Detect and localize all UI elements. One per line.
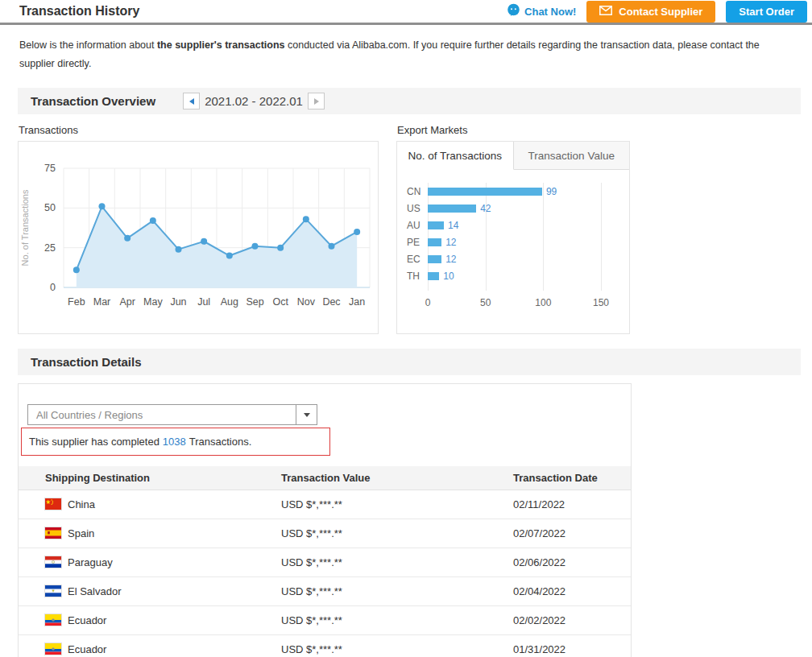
bar-x-tick: 150	[593, 297, 609, 308]
transaction-value-cell: USD $*,***.**	[281, 605, 513, 634]
es-flag-icon	[45, 527, 61, 539]
export-markets-column: Export Markets No. of Transactions Trans…	[396, 114, 630, 334]
svg-text:May: May	[143, 296, 163, 308]
shipping-destination-cell: Spain	[19, 519, 281, 548]
contact-supplier-button[interactable]: Contact Supplier	[586, 1, 715, 23]
notice-text-post: Transactions.	[189, 436, 252, 448]
date-range-label: 2021.02 - 2022.01	[200, 94, 308, 108]
bar-cn	[428, 188, 542, 196]
transactions-count-link[interactable]: 1038	[163, 436, 186, 448]
tab-transaction-value[interactable]: Transaction Value	[514, 142, 630, 170]
transaction-date-cell: 02/06/2022	[513, 548, 631, 576]
svg-text:Aug: Aug	[221, 296, 238, 308]
transaction-overview-title: Transaction Overview	[31, 94, 155, 108]
bar-value-label: 12	[445, 237, 456, 248]
header-actions: Chat Now! Contact Supplier Start Order	[507, 1, 807, 23]
bar-category-label: AU	[407, 220, 428, 231]
completed-transactions-notice: This supplier has completed 1038 Transac…	[21, 428, 330, 456]
bar-x-tick: 100	[535, 297, 551, 308]
transactions-chart-column: Transactions 0255075FebMarAprMayJunJulAu…	[18, 114, 379, 334]
bar-x-tick: 0	[425, 297, 431, 308]
prev-period-button[interactable]	[183, 93, 200, 110]
export-markets-bar-chart: CN99US42AU14PE12EC12TH10	[397, 183, 629, 291]
export-markets-tabs: No. of Transactions Transaction Value	[397, 142, 629, 170]
svg-text:No. of Transactions: No. of Transactions	[20, 189, 30, 266]
transaction-value-cell: USD $*,***.**	[281, 548, 513, 576]
transaction-overview-bar: Transaction Overview 2021.02 - 2022.01	[18, 88, 801, 114]
overview-charts-row: Transactions 0255075FebMarAprMayJunJulAu…	[18, 114, 812, 334]
transaction-date-cell: 02/11/2022	[513, 490, 631, 519]
bar-au	[428, 221, 444, 229]
transaction-date-cell: 02/04/2022	[513, 576, 631, 605]
svg-text:Oct: Oct	[272, 296, 288, 308]
country-filter-value: All Countries / Regions	[28, 405, 296, 424]
transaction-date-cell: 02/02/2022	[513, 605, 631, 634]
bar-category-label: US	[407, 203, 428, 214]
start-order-button[interactable]: Start Order	[726, 1, 807, 23]
svg-text:75: 75	[44, 163, 56, 174]
shipping-destination-cell: El Salvador	[19, 576, 281, 605]
tab-no-of-transactions[interactable]: No. of Transactions	[397, 142, 514, 170]
svg-text:Feb: Feb	[68, 296, 85, 308]
bar-pe	[428, 238, 441, 246]
col-transaction-value: Transaction Value	[281, 466, 513, 490]
table-row: EcuadorUSD $*,***.**01/31/2022	[19, 634, 631, 657]
py-flag-icon	[45, 556, 61, 568]
chat-bubble-icon	[507, 3, 520, 19]
bar-value-label: 42	[480, 203, 491, 214]
country-filter-dropdown[interactable]: All Countries / Regions	[27, 404, 317, 425]
transaction-details-bar: Transaction Details	[18, 349, 801, 375]
table-row: ChinaUSD $*,***.**02/11/2022	[19, 490, 631, 519]
bar-value-label: 10	[443, 271, 454, 282]
table-header-row: Shipping Destination Transaction Value T…	[19, 466, 631, 490]
transaction-value-cell: USD $*,***.**	[281, 576, 513, 605]
intro-text-bold: the supplier's transactions	[157, 39, 285, 51]
col-transaction-date: Transaction Date	[513, 466, 631, 490]
ec-flag-icon	[45, 643, 61, 655]
bar-row-th: TH10	[397, 267, 629, 284]
bar-us	[428, 205, 476, 213]
svg-text:25: 25	[44, 242, 56, 254]
bar-row-au: AU14	[397, 217, 629, 233]
transaction-value-cell: USD $*,***.**	[281, 519, 513, 548]
bar-row-cn: CN99	[397, 183, 629, 200]
next-arrow-icon	[314, 98, 319, 105]
dropdown-arrow-button[interactable]	[296, 405, 317, 424]
country-name: Spain	[68, 527, 94, 539]
table-row: EcuadorUSD $*,***.**02/02/2022	[19, 605, 631, 634]
svg-text:50: 50	[44, 202, 56, 213]
transactions-chart-label: Transactions	[19, 124, 379, 136]
svg-text:0: 0	[50, 282, 56, 293]
shipping-destination-cell: China	[19, 490, 281, 519]
country-name: China	[68, 498, 95, 510]
transaction-details-panel: All Countries / Regions This supplier ha…	[18, 383, 632, 657]
bar-category-label: CN	[407, 186, 428, 197]
contact-supplier-label: Contact Supplier	[619, 6, 702, 18]
country-name: El Salvador	[68, 585, 121, 597]
table-row: El SalvadorUSD $*,***.**02/04/2022	[19, 576, 631, 605]
chat-now-link[interactable]: Chat Now!	[507, 3, 576, 19]
svg-text:Jan: Jan	[349, 296, 365, 308]
svg-text:Jul: Jul	[197, 296, 210, 308]
chevron-down-icon	[304, 413, 310, 417]
cn-flag-icon	[45, 498, 61, 510]
top-header: Transaction History Chat Now! Contact Su…	[0, 0, 812, 25]
transaction-date-cell: 02/07/2022	[513, 519, 631, 548]
transaction-date-cell: 01/31/2022	[513, 634, 631, 657]
shipping-destination-cell: Paraguay	[19, 548, 281, 576]
table-row: SpainUSD $*,***.**02/07/2022	[19, 519, 631, 548]
bar-th	[428, 272, 439, 280]
prev-arrow-icon	[189, 98, 194, 105]
bar-value-label: 12	[445, 254, 456, 265]
country-name: Paraguay	[68, 556, 113, 568]
table-row: ParaguayUSD $*,***.**02/06/2022	[19, 548, 631, 576]
col-shipping-destination: Shipping Destination	[19, 466, 281, 490]
transactions-line-chart: 0255075FebMarAprMayJunJulAugSepOctNovDec…	[18, 141, 379, 334]
transactions-table: Shipping Destination Transaction Value T…	[19, 466, 631, 657]
bar-row-pe: PE12	[397, 233, 629, 250]
shipping-destination-cell: Ecuador	[19, 634, 281, 657]
next-period-button[interactable]	[308, 93, 325, 110]
sv-flag-icon	[45, 585, 61, 597]
bar-category-label: PE	[407, 237, 428, 248]
svg-text:Sep: Sep	[246, 296, 263, 308]
